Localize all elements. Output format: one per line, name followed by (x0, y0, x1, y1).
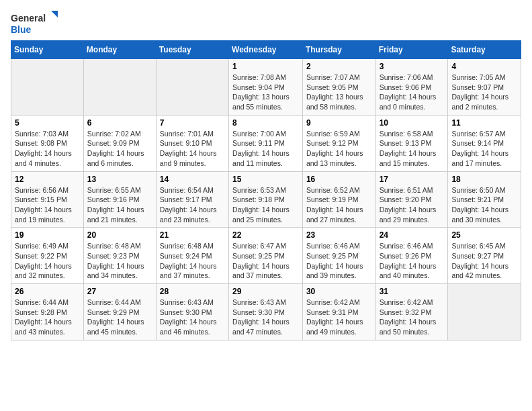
day-info: Sunrise: 6:44 AM Sunset: 9:28 PM Dayligh… (15, 298, 80, 337)
day-info: Sunrise: 6:59 AM Sunset: 9:12 PM Dayligh… (306, 129, 372, 169)
day-number: 18 (451, 175, 517, 184)
day-info: Sunrise: 6:51 AM Sunset: 9:20 PM Dayligh… (380, 185, 445, 225)
calendar-cell: 29Sunrise: 6:43 AM Sunset: 9:30 PM Dayli… (229, 284, 303, 340)
day-number: 25 (451, 230, 517, 240)
week-row-1: 1Sunrise: 7:08 AM Sunset: 9:04 PM Daylig… (11, 59, 521, 116)
day-info: Sunrise: 6:47 AM Sunset: 9:25 PM Dayligh… (232, 241, 299, 281)
day-info: Sunrise: 6:54 AM Sunset: 9:17 PM Dayligh… (160, 185, 225, 225)
calendar-cell: 18Sunrise: 6:50 AM Sunset: 9:21 PM Dayli… (448, 171, 521, 228)
calendar-cell: 22Sunrise: 6:47 AM Sunset: 9:25 PM Dayli… (229, 228, 303, 284)
day-number: 20 (87, 230, 152, 240)
day-number: 1 (232, 62, 299, 71)
calendar-cell: 13Sunrise: 6:55 AM Sunset: 9:16 PM Dayli… (83, 171, 156, 228)
calendar-cell: 28Sunrise: 6:43 AM Sunset: 9:30 PM Dayli… (156, 284, 228, 340)
calendar-table: SundayMondayTuesdayWednesdayThursdayFrid… (11, 40, 521, 340)
calendar-cell (156, 59, 228, 116)
svg-text:Blue: Blue (11, 24, 32, 35)
day-number: 24 (380, 230, 445, 240)
day-number: 30 (306, 287, 372, 296)
calendar-cell: 19Sunrise: 6:49 AM Sunset: 9:22 PM Dayli… (11, 228, 84, 284)
logo: General Blue (11, 11, 58, 35)
day-info: Sunrise: 6:48 AM Sunset: 9:24 PM Dayligh… (160, 241, 225, 281)
calendar-cell (83, 59, 156, 116)
day-info: Sunrise: 7:02 AM Sunset: 9:09 PM Dayligh… (87, 129, 152, 169)
day-number: 21 (160, 230, 225, 240)
calendar-cell: 23Sunrise: 6:46 AM Sunset: 9:25 PM Dayli… (302, 228, 375, 284)
calendar-cell: 10Sunrise: 6:58 AM Sunset: 9:13 PM Dayli… (375, 115, 448, 171)
day-info: Sunrise: 6:52 AM Sunset: 9:19 PM Dayligh… (306, 185, 372, 225)
day-info: Sunrise: 7:01 AM Sunset: 9:10 PM Dayligh… (160, 129, 225, 169)
day-number: 17 (380, 175, 445, 184)
week-row-3: 12Sunrise: 6:56 AM Sunset: 9:15 PM Dayli… (11, 171, 521, 228)
day-number: 16 (306, 175, 372, 184)
calendar-cell: 6Sunrise: 7:02 AM Sunset: 9:09 PM Daylig… (83, 115, 156, 171)
day-header-saturday: Saturday (448, 41, 521, 59)
day-info: Sunrise: 7:08 AM Sunset: 9:04 PM Dayligh… (232, 73, 299, 112)
calendar-cell: 16Sunrise: 6:52 AM Sunset: 9:19 PM Dayli… (302, 171, 375, 228)
day-header-friday: Friday (375, 41, 448, 59)
calendar-cell: 26Sunrise: 6:44 AM Sunset: 9:28 PM Dayli… (11, 284, 84, 340)
day-info: Sunrise: 6:55 AM Sunset: 9:16 PM Dayligh… (87, 185, 152, 225)
calendar-cell: 27Sunrise: 6:44 AM Sunset: 9:29 PM Dayli… (83, 284, 156, 340)
day-info: Sunrise: 6:57 AM Sunset: 9:14 PM Dayligh… (451, 129, 517, 169)
day-info: Sunrise: 7:00 AM Sunset: 9:11 PM Dayligh… (232, 129, 299, 169)
day-info: Sunrise: 6:42 AM Sunset: 9:31 PM Dayligh… (306, 298, 372, 337)
calendar-cell: 30Sunrise: 6:42 AM Sunset: 9:31 PM Dayli… (302, 284, 375, 340)
day-number: 10 (380, 118, 445, 128)
day-header-wednesday: Wednesday (229, 41, 303, 59)
day-number: 31 (380, 287, 445, 296)
day-number: 29 (232, 287, 299, 296)
day-header-sunday: Sunday (11, 41, 84, 59)
day-number: 6 (87, 118, 152, 128)
day-number: 26 (15, 287, 80, 296)
day-number: 9 (306, 118, 372, 128)
day-info: Sunrise: 6:46 AM Sunset: 9:25 PM Dayligh… (306, 241, 372, 281)
day-header-tuesday: Tuesday (156, 41, 228, 59)
day-number: 4 (451, 62, 517, 71)
svg-marker-2 (51, 11, 58, 17)
calendar-cell: 31Sunrise: 6:42 AM Sunset: 9:32 PM Dayli… (375, 284, 448, 340)
day-info: Sunrise: 6:49 AM Sunset: 9:22 PM Dayligh… (15, 241, 80, 281)
day-info: Sunrise: 7:07 AM Sunset: 9:05 PM Dayligh… (306, 73, 372, 112)
calendar-cell: 7Sunrise: 7:01 AM Sunset: 9:10 PM Daylig… (156, 115, 228, 171)
day-info: Sunrise: 6:48 AM Sunset: 9:23 PM Dayligh… (87, 241, 152, 281)
day-number: 7 (160, 118, 225, 128)
calendar-cell: 12Sunrise: 6:56 AM Sunset: 9:15 PM Dayli… (11, 171, 84, 228)
week-row-2: 5Sunrise: 7:03 AM Sunset: 9:08 PM Daylig… (11, 115, 521, 171)
calendar-cell: 20Sunrise: 6:48 AM Sunset: 9:23 PM Dayli… (83, 228, 156, 284)
day-header-monday: Monday (83, 41, 156, 59)
calendar-cell: 2Sunrise: 7:07 AM Sunset: 9:05 PM Daylig… (302, 59, 375, 116)
day-info: Sunrise: 7:06 AM Sunset: 9:06 PM Dayligh… (380, 73, 445, 112)
day-info: Sunrise: 6:46 AM Sunset: 9:26 PM Dayligh… (380, 241, 445, 281)
week-row-5: 26Sunrise: 6:44 AM Sunset: 9:28 PM Dayli… (11, 284, 521, 340)
day-number: 12 (15, 175, 80, 184)
svg-text:General: General (11, 13, 46, 24)
calendar-cell: 9Sunrise: 6:59 AM Sunset: 9:12 PM Daylig… (302, 115, 375, 171)
calendar-cell: 14Sunrise: 6:54 AM Sunset: 9:17 PM Dayli… (156, 171, 228, 228)
calendar-cell: 3Sunrise: 7:06 AM Sunset: 9:06 PM Daylig… (375, 59, 448, 116)
calendar-cell: 21Sunrise: 6:48 AM Sunset: 9:24 PM Dayli… (156, 228, 228, 284)
calendar-cell: 25Sunrise: 6:45 AM Sunset: 9:27 PM Dayli… (448, 228, 521, 284)
calendar-cell: 1Sunrise: 7:08 AM Sunset: 9:04 PM Daylig… (229, 59, 303, 116)
day-info: Sunrise: 6:44 AM Sunset: 9:29 PM Dayligh… (87, 298, 152, 337)
week-row-4: 19Sunrise: 6:49 AM Sunset: 9:22 PM Dayli… (11, 228, 521, 284)
day-info: Sunrise: 6:56 AM Sunset: 9:15 PM Dayligh… (15, 185, 80, 225)
calendar-cell (11, 59, 84, 116)
page-header: General Blue (11, 11, 521, 35)
calendar-cell: 5Sunrise: 7:03 AM Sunset: 9:08 PM Daylig… (11, 115, 84, 171)
day-info: Sunrise: 6:53 AM Sunset: 9:18 PM Dayligh… (232, 185, 299, 225)
calendar-cell: 17Sunrise: 6:51 AM Sunset: 9:20 PM Dayli… (375, 171, 448, 228)
day-number: 3 (380, 62, 445, 71)
day-info: Sunrise: 6:58 AM Sunset: 9:13 PM Dayligh… (380, 129, 445, 169)
day-info: Sunrise: 6:50 AM Sunset: 9:21 PM Dayligh… (451, 185, 517, 225)
day-number: 11 (451, 118, 517, 128)
day-info: Sunrise: 7:05 AM Sunset: 9:07 PM Dayligh… (451, 73, 517, 112)
calendar-cell: 4Sunrise: 7:05 AM Sunset: 9:07 PM Daylig… (448, 59, 521, 116)
calendar-cell: 15Sunrise: 6:53 AM Sunset: 9:18 PM Dayli… (229, 171, 303, 228)
day-number: 22 (232, 230, 299, 240)
days-header-row: SundayMondayTuesdayWednesdayThursdayFrid… (11, 41, 521, 59)
calendar-cell (448, 284, 521, 340)
day-number: 2 (306, 62, 372, 71)
day-number: 19 (15, 230, 80, 240)
day-info: Sunrise: 6:43 AM Sunset: 9:30 PM Dayligh… (232, 298, 299, 337)
